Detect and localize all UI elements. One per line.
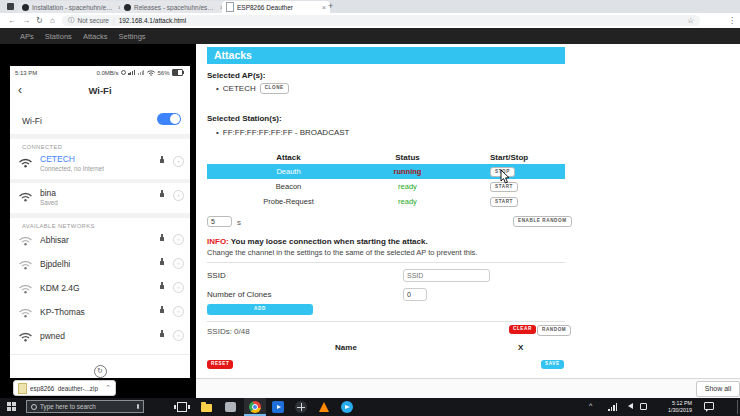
lock-icon	[160, 159, 164, 163]
ssid-input[interactable]	[403, 269, 490, 282]
network-tray-icon[interactable]	[608, 403, 617, 411]
windows-taskbar: Type here to search ^ 5:12 PM 1/30/2019	[0, 398, 740, 416]
selected-station-label: Selected Station(s):	[207, 114, 282, 123]
browser-tab-deauther[interactable]: ESP8266 Deauther ×	[222, 1, 330, 13]
bookmark-star-icon[interactable]: ☆	[687, 16, 694, 25]
tab-close-icon[interactable]: ×	[322, 4, 326, 11]
save-button[interactable]: SAVE	[541, 360, 564, 369]
app-button-gray[interactable]	[223, 400, 237, 414]
nav-item-aps[interactable]: APs	[20, 32, 34, 41]
tray-app-icon[interactable]	[640, 403, 647, 410]
taskbar-time: 5:12 PM	[648, 400, 692, 407]
download-caret-icon[interactable]: ⌃	[105, 384, 111, 392]
file-explorer-button[interactable]	[199, 400, 213, 414]
info-icon[interactable]: ⓘ	[68, 16, 75, 25]
action-center-icon[interactable]	[704, 402, 714, 410]
chevron-right-icon[interactable]: ›	[173, 330, 184, 341]
nav-item-attacks[interactable]: Attacks	[83, 32, 108, 41]
chevron-right-icon[interactable]: ›	[173, 306, 184, 317]
app-icon-blue	[272, 401, 284, 413]
phone-net-speed: 0.0MB/s	[96, 70, 118, 76]
divider	[207, 321, 565, 322]
back-icon[interactable]: ←	[8, 13, 16, 28]
home-icon[interactable]: ⌂	[50, 13, 55, 28]
network-name: pwned	[40, 331, 65, 341]
attack-name: Beacon	[207, 182, 370, 191]
search-icon	[31, 404, 37, 410]
battery-icon	[172, 69, 183, 76]
nav-item-settings[interactable]: Settings	[118, 32, 145, 41]
start-button[interactable]	[7, 402, 16, 411]
github-favicon-icon	[22, 4, 29, 11]
attack-table-header: Attack Status Start/Stop	[207, 150, 565, 164]
phone-header: ‹ Wi-Fi	[10, 80, 190, 104]
add-button[interactable]: ADD	[207, 304, 313, 315]
chevron-right-icon[interactable]: ›	[173, 156, 184, 167]
phone-time: 5:13 PM	[15, 70, 37, 76]
chevron-right-icon[interactable]: ›	[173, 258, 184, 269]
mouse-cursor	[500, 170, 510, 184]
chevron-right-icon[interactable]: ›	[173, 234, 184, 245]
download-item[interactable]: esp8266_deauther-...zip ⌃	[13, 380, 116, 396]
microphone-icon[interactable]	[137, 404, 140, 410]
enable-random-button[interactable]: ENABLE RANDOM	[513, 216, 572, 227]
show-all-downloads-button[interactable]: Show all	[696, 381, 740, 397]
lock-icon	[160, 285, 164, 289]
app-button-blue[interactable]	[271, 400, 285, 414]
browser-tab-releases[interactable]: Releases - spacehuhn/esp8266 ×	[120, 1, 228, 13]
show-desktop-button[interactable]	[737, 400, 738, 414]
browser-menu-icon[interactable]: ⋮	[728, 13, 736, 28]
phone-status-bar: 5:13 PM 0.0MB/s 56%	[10, 66, 190, 79]
tab-title: ESP8266 Deauther	[237, 4, 319, 11]
signal2-icon	[138, 70, 145, 75]
taskbar-search[interactable]: Type here to search	[26, 400, 144, 413]
clear-button[interactable]: CLEAR	[509, 325, 536, 334]
network-name: KDM 2.4G	[40, 283, 80, 293]
app-button-target[interactable]	[294, 400, 308, 414]
reload-icon[interactable]: ↻	[36, 13, 43, 28]
page-favicon-icon	[226, 2, 234, 12]
signal-icon	[128, 70, 135, 75]
start-button[interactable]: START	[490, 197, 518, 208]
lock-icon	[160, 309, 164, 313]
bullet-icon: •	[216, 128, 219, 137]
attack-status: ready	[370, 197, 445, 206]
new-tab-button[interactable]: +	[328, 1, 333, 12]
vlc-button[interactable]	[317, 400, 331, 414]
phone-screen: 5:13 PM 0.0MB/s 56% ‹ Wi-Fi Wi-Fi	[10, 66, 190, 378]
chevron-right-icon[interactable]: ›	[173, 282, 184, 293]
chevron-right-icon[interactable]: ›	[173, 190, 184, 201]
tray-expand-icon[interactable]: ^	[589, 402, 592, 409]
taskbar-clock[interactable]: 5:12 PM 1/30/2019	[648, 400, 692, 414]
wifi-toggle[interactable]	[157, 113, 181, 125]
tab-title: Releases - spacehuhn/esp8266	[134, 4, 217, 11]
forward-icon[interactable]: →	[22, 13, 30, 28]
selected-station-name: FF:FF:FF:FF:FF:FF - BROADCAST	[223, 128, 350, 137]
task-view-button[interactable]	[175, 400, 189, 414]
chrome-button[interactable]	[248, 400, 262, 414]
wifi-icon	[19, 236, 32, 246]
ssid-label: SSID	[207, 271, 226, 280]
col-attack: Attack	[207, 153, 370, 162]
volume-tray-icon[interactable]	[625, 403, 633, 409]
wifi-icon	[19, 332, 32, 342]
random-button[interactable]: RANDOM	[537, 325, 571, 336]
browser-tab-installation[interactable]: Installation - spacehuhn/esp82 ×	[18, 1, 126, 13]
window-icon	[7, 3, 14, 10]
attack-name: Probe-Request	[207, 197, 370, 206]
clones-input[interactable]	[403, 288, 427, 301]
wifi-status-icon	[147, 70, 155, 76]
timeout-input[interactable]	[207, 216, 232, 227]
refresh-button[interactable]: ↻ Refresh	[10, 359, 190, 378]
taskbar-date: 1/30/2019	[648, 407, 692, 414]
app-button-blue-circle[interactable]	[340, 400, 354, 414]
battery-percent: 56%	[157, 70, 169, 76]
clone-button[interactable]: CLONE	[260, 83, 289, 94]
reset-button[interactable]: RESET	[207, 360, 233, 369]
attack-row-beacon: Beacon ready START	[207, 179, 565, 194]
url-omnibox[interactable]: ⓘ Not secure | 192.168.4.1/attack.html ☆	[62, 15, 700, 26]
search-placeholder: Type here to search	[40, 403, 134, 410]
tab-title: Installation - spacehuhn/esp82	[32, 4, 115, 11]
nav-item-stations[interactable]: Stations	[45, 32, 72, 41]
network-name: Abhisar	[40, 235, 69, 245]
